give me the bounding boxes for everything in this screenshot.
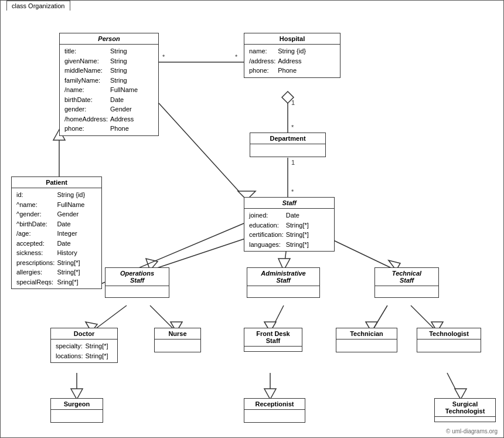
svg-text:1: 1 bbox=[291, 99, 295, 106]
administrative-staff-title: AdministrativeStaff bbox=[247, 268, 319, 286]
technical-staff-body bbox=[375, 286, 438, 291]
patient-body: id:String {id} ^name:FullName ^gender:Ge… bbox=[12, 188, 101, 288]
surgeon-class: Surgeon bbox=[50, 398, 103, 423]
technician-class: Technician bbox=[336, 328, 397, 352]
administrative-staff-body bbox=[247, 286, 319, 291]
staff-body: joined:Date education:String[*] certific… bbox=[244, 209, 334, 251]
nurse-class: Nurse bbox=[154, 328, 201, 352]
svg-line-34 bbox=[447, 373, 461, 399]
svg-text:1: 1 bbox=[291, 159, 295, 166]
receptionist-title: Receptionist bbox=[244, 399, 305, 410]
department-title: Department bbox=[250, 133, 325, 144]
doctor-title: Doctor bbox=[51, 328, 117, 339]
technician-title: Technician bbox=[336, 328, 397, 339]
technologist-class: Technologist bbox=[417, 328, 481, 352]
doctor-class: Doctor specialty:String[*] locations:Str… bbox=[50, 328, 118, 363]
copyright: © uml-diagrams.org bbox=[446, 428, 498, 434]
staff-class: Staff joined:Date education:String[*] ce… bbox=[244, 197, 335, 252]
technician-body bbox=[336, 339, 397, 351]
svg-line-18 bbox=[329, 238, 396, 270]
staff-title: Staff bbox=[244, 198, 334, 209]
technologist-title: Technologist bbox=[417, 328, 481, 339]
surgical-technologist-class: SurgicalTechnologist bbox=[434, 398, 496, 422]
hospital-body: name:String {id} /address:Address phone:… bbox=[244, 45, 340, 77]
person-title: Person bbox=[60, 33, 158, 45]
technologist-body bbox=[417, 339, 481, 351]
operations-staff-body bbox=[105, 286, 169, 291]
department-body bbox=[250, 144, 325, 156]
svg-text:*: * bbox=[162, 53, 165, 60]
technical-staff-title: TechnicalStaff bbox=[375, 268, 438, 286]
front-desk-staff-class: Front DeskStaff bbox=[244, 328, 302, 352]
administrative-staff-class: AdministrativeStaff bbox=[247, 267, 320, 298]
svg-marker-4 bbox=[282, 91, 294, 103]
svg-line-14 bbox=[150, 238, 247, 270]
nurse-title: Nurse bbox=[155, 328, 200, 339]
patient-title: Patient bbox=[12, 177, 101, 188]
patient-class: Patient id:String {id} ^name:FullName ^g… bbox=[11, 176, 102, 289]
front-desk-staff-title: Front DeskStaff bbox=[244, 328, 302, 347]
front-desk-staff-body bbox=[244, 347, 302, 351]
receptionist-body bbox=[244, 410, 305, 422]
surgeon-body bbox=[51, 410, 103, 422]
hospital-title: Hospital bbox=[244, 33, 340, 45]
operations-staff-class: OperationsStaff bbox=[105, 267, 169, 298]
technical-staff-class: TechnicalStaff bbox=[374, 267, 439, 298]
surgeon-title: Surgeon bbox=[51, 399, 103, 410]
diagram-title: class Organization bbox=[6, 1, 70, 11]
person-class: Person title:String givenName:String mid… bbox=[59, 33, 159, 136]
operations-staff-title: OperationsStaff bbox=[105, 268, 169, 286]
receptionist-class: Receptionist bbox=[244, 398, 305, 423]
svg-text:*: * bbox=[291, 188, 294, 195]
svg-text:*: * bbox=[291, 124, 294, 131]
surgical-technologist-body bbox=[435, 417, 495, 422]
svg-text:*: * bbox=[235, 53, 238, 60]
hospital-class: Hospital name:String {id} /address:Addre… bbox=[244, 33, 340, 78]
department-class: Department bbox=[250, 133, 326, 157]
surgical-technologist-title: SurgicalTechnologist bbox=[435, 399, 495, 417]
diagram-container: class Organization * * 1 * 1 * bbox=[0, 0, 504, 438]
doctor-body: specialty:String[*] locations:String[*] bbox=[51, 339, 117, 362]
nurse-body bbox=[155, 339, 200, 351]
person-body: title:String givenName:String middleName… bbox=[60, 45, 158, 135]
svg-line-12 bbox=[159, 103, 247, 200]
